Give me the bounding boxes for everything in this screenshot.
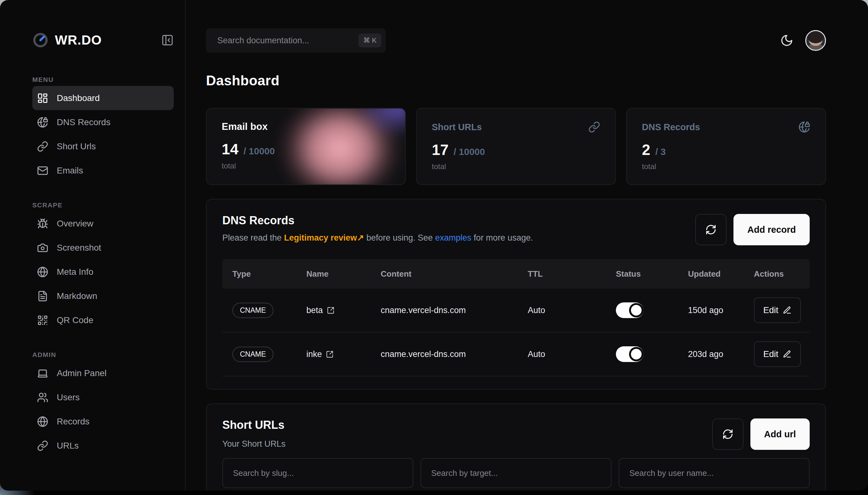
- edit-button[interactable]: Edit: [754, 297, 801, 323]
- sidebar-item-users[interactable]: Users: [32, 385, 174, 409]
- mail-icon: [37, 165, 48, 176]
- moon-icon[interactable]: [780, 34, 793, 47]
- col-updated: Updated: [688, 269, 754, 279]
- type-badge: CNAME: [232, 303, 274, 318]
- search-by-slug-input[interactable]: Search by slug...: [222, 458, 413, 488]
- stat-limit: / 3: [655, 147, 666, 157]
- record-updated: 203d ago: [688, 349, 754, 359]
- section-description: Please read the Legitimacy review↗ befor…: [222, 233, 533, 243]
- nav-section-label-admin: ADMIN: [32, 351, 174, 359]
- sidebar-item-label: Users: [57, 392, 80, 403]
- stat-caption: total: [432, 162, 600, 171]
- logo-text: WR.DO: [55, 33, 102, 48]
- page-title: Dashboard: [206, 73, 826, 88]
- arrow-up-right-icon: ↗: [357, 233, 364, 242]
- stat-title: DNS Records: [642, 122, 700, 132]
- main-content: Search documentation... ⌘ K Dashboard Em…: [186, 0, 868, 491]
- record-content: cname.vercel-dns.com: [381, 306, 528, 315]
- stat-title: Email box: [222, 121, 267, 132]
- search-by-user-name-input[interactable]: Search by user name...: [619, 458, 810, 488]
- file-text-icon: [37, 290, 48, 302]
- camera-icon: [37, 242, 48, 254]
- pen-icon: [783, 350, 792, 359]
- desc-text: before using. See: [364, 233, 435, 242]
- nav-section-label-menu: MENU: [32, 76, 174, 83]
- stat-value: 2: [642, 141, 650, 158]
- record-content: cname.vercel-dns.com: [381, 349, 528, 359]
- pen-icon: [783, 306, 792, 314]
- external-link-icon[interactable]: [326, 351, 334, 358]
- sidebar-item-label: Records: [57, 416, 89, 427]
- search-by-target-input[interactable]: Search by target...: [420, 458, 611, 488]
- add-record-button[interactable]: Add record: [733, 214, 810, 245]
- qr-code-icon: [37, 314, 48, 326]
- sidebar-item-dashboard[interactable]: Dashboard: [32, 86, 174, 110]
- sidebar-item-overview[interactable]: Overview: [32, 211, 174, 236]
- sidebar-item-label: Markdown: [57, 291, 97, 301]
- table-row: CNAME beta cname.vercel-dns.com Auto 150…: [222, 289, 810, 332]
- refresh-button[interactable]: [695, 214, 727, 245]
- sidebar-item-markdown[interactable]: Markdown: [32, 284, 174, 308]
- add-url-button[interactable]: Add url: [750, 419, 810, 450]
- globe-lock-icon: [37, 117, 48, 128]
- logo-gauge-icon: [32, 32, 49, 48]
- sidebar-collapse-icon[interactable]: [161, 34, 174, 47]
- stat-card-email-box: Email box 14 / 10000 total: [206, 108, 406, 185]
- link-icon: [37, 440, 48, 451]
- sidebar-item-label: Emails: [57, 166, 83, 176]
- stat-caption: total: [222, 161, 390, 170]
- stat-cards: Email box 14 / 10000 total Short URLs 17…: [206, 108, 826, 185]
- sidebar-item-label: Dashboard: [57, 93, 100, 103]
- sidebar-item-dns-records[interactable]: DNS Records: [32, 110, 174, 134]
- edit-label: Edit: [763, 305, 778, 315]
- stat-card-dns-records: DNS Records 2 / 3 total: [626, 108, 826, 185]
- record-ttl: Auto: [528, 306, 616, 315]
- sidebar-item-label: DNS Records: [57, 117, 110, 127]
- sidebar-item-label: Admin Panel: [57, 368, 107, 378]
- sidebar-item-qr-code[interactable]: QR Code: [32, 308, 174, 332]
- sidebar-item-urls[interactable]: URLs: [32, 433, 174, 458]
- status-toggle[interactable]: [616, 302, 643, 318]
- sidebar-item-admin-panel[interactable]: Admin Panel: [32, 361, 174, 385]
- search-input[interactable]: Search documentation... ⌘ K: [206, 28, 386, 53]
- sidebar-item-label: Overview: [57, 219, 93, 229]
- sidebar-item-label: URLs: [57, 441, 79, 451]
- status-toggle[interactable]: [616, 346, 643, 362]
- stat-value: 14: [222, 140, 238, 158]
- record-name: beta: [306, 306, 323, 315]
- sidebar-item-label: QR Code: [57, 315, 93, 325]
- avatar[interactable]: [805, 30, 826, 51]
- sidebar-item-records[interactable]: Records: [32, 409, 174, 433]
- col-name: Name: [306, 269, 381, 279]
- nav-scrape: Overview Screenshot Meta Info Markdown Q…: [32, 211, 174, 332]
- stat-title: Short URLs: [432, 122, 482, 132]
- sidebar-item-meta-info[interactable]: Meta Info: [32, 260, 174, 284]
- examples-link[interactable]: examples: [435, 233, 472, 242]
- dns-records-section: DNS Records Please read the Legitimacy r…: [206, 199, 826, 390]
- table-header: Type Name Content TTL Status Updated Act…: [222, 259, 810, 289]
- external-link-icon[interactable]: [327, 306, 335, 314]
- sidebar-item-screenshot[interactable]: Screenshot: [32, 236, 174, 260]
- sidebar-item-emails[interactable]: Emails: [32, 158, 174, 183]
- sidebar: WR.DO MENU Dashboard DNS Records Short U…: [0, 0, 186, 491]
- laptop-icon: [37, 368, 48, 379]
- legitimacy-review-link[interactable]: Legitimacy review: [284, 233, 357, 242]
- sidebar-item-label: Meta Info: [57, 267, 93, 277]
- app-window: WR.DO MENU Dashboard DNS Records Short U…: [0, 0, 868, 491]
- stat-caption: total: [642, 162, 810, 171]
- sidebar-item-short-urls[interactable]: Short Urls: [32, 134, 174, 158]
- refresh-button[interactable]: [712, 419, 744, 450]
- topbar: Search documentation... ⌘ K: [206, 28, 826, 53]
- refresh-icon: [705, 224, 716, 235]
- col-content: Content: [381, 269, 528, 279]
- col-type: Type: [222, 269, 306, 279]
- stat-card-short-urls: Short URLs 17 / 10000 total: [416, 108, 616, 185]
- edit-button[interactable]: Edit: [754, 341, 801, 367]
- nav-admin: Admin Panel Users Records URLs: [32, 361, 174, 458]
- users-icon: [37, 392, 48, 403]
- edit-label: Edit: [763, 349, 778, 359]
- desc-text: Please read the: [222, 233, 284, 242]
- toggle-knob: [629, 303, 643, 318]
- logo: WR.DO: [32, 32, 174, 48]
- nav-menu: Dashboard DNS Records Short Urls Emails: [32, 86, 174, 183]
